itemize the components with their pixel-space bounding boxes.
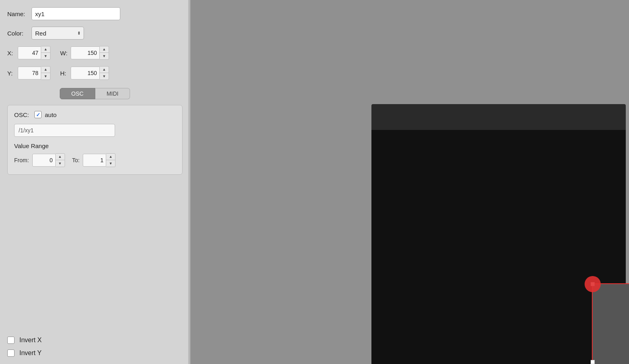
to-input[interactable]: [83, 154, 106, 167]
invert-x-checkbox[interactable]: [7, 337, 15, 344]
invert-section: Invert X Invert Y: [7, 328, 182, 357]
y-label: Y:: [7, 70, 15, 77]
left-panel: Name: Color: Red Green Blue Yellow Orang…: [0, 0, 191, 364]
osc-path-input[interactable]: [14, 124, 115, 137]
y-decrement-button[interactable]: ▼: [41, 73, 50, 79]
panel-divider[interactable]: [188, 0, 190, 364]
h-field: H: ▲ ▼: [60, 66, 109, 80]
x-increment-button[interactable]: ▲: [41, 46, 50, 53]
x-field: X: ▲ ▼: [7, 46, 50, 60]
invert-x-label: Invert X: [19, 337, 42, 344]
w-input[interactable]: [71, 46, 100, 59]
from-spinbox-buttons: ▲ ▼: [56, 153, 65, 167]
from-input[interactable]: [32, 154, 56, 167]
w-label: W:: [60, 50, 68, 56]
xy-position-dot: [585, 276, 601, 292]
invert-x-row: Invert X: [7, 337, 182, 344]
to-decrement-button[interactable]: ▼: [106, 160, 115, 167]
w-field: W: ▲ ▼: [60, 46, 109, 60]
h-input[interactable]: [71, 67, 100, 79]
invert-y-row: Invert Y: [7, 349, 182, 357]
invert-y-checkbox[interactable]: [7, 349, 15, 357]
color-select[interactable]: Red Green Blue Yellow Orange Purple Whit…: [31, 27, 84, 40]
x-decrement-button[interactable]: ▼: [41, 53, 50, 59]
from-increment-button[interactable]: ▲: [56, 154, 65, 160]
to-spinbox-buttons: ▲ ▼: [106, 153, 115, 167]
tab-midi[interactable]: MIDI: [95, 88, 130, 99]
to-label: To:: [72, 157, 80, 163]
y-spinbox-buttons: ▲ ▼: [41, 66, 50, 80]
y-input[interactable]: [18, 67, 41, 79]
range-row: From: ▲ ▼ To: ▲ ▼: [14, 153, 176, 167]
name-row: Name:: [7, 7, 182, 20]
name-input[interactable]: [31, 7, 120, 20]
value-range-label: Value Range: [14, 142, 176, 149]
tab-row: OSC MIDI: [7, 88, 182, 99]
yh-row: Y: ▲ ▼ H: ▲ ▼: [7, 66, 182, 80]
osc-section: OSC: auto Value Range From: ▲ ▼ To:: [7, 105, 182, 175]
tab-osc[interactable]: OSC: [60, 88, 95, 99]
w-spinbox-buttons: ▲ ▼: [100, 46, 109, 60]
w-increment-button[interactable]: ▲: [100, 46, 109, 53]
to-field: To: ▲ ▼: [72, 153, 116, 167]
osc-auto-label: auto: [45, 111, 57, 118]
h-increment-button[interactable]: ▲: [100, 67, 109, 73]
canvas-header-bar: [371, 104, 626, 130]
y-field: Y: ▲ ▼: [7, 66, 50, 80]
y-increment-button[interactable]: ▲: [41, 67, 50, 73]
invert-y-label: Invert Y: [19, 349, 42, 357]
canvas-area[interactable]: [371, 130, 626, 364]
xy-widget-border: [592, 283, 629, 364]
handle-mid-left[interactable]: [591, 360, 595, 364]
from-label: From:: [14, 157, 29, 163]
xw-row: X: ▲ ▼ W: ▲ ▼: [7, 46, 182, 60]
h-decrement-button[interactable]: ▼: [100, 73, 109, 79]
name-label: Name:: [7, 10, 31, 17]
w-decrement-button[interactable]: ▼: [100, 53, 109, 59]
x-label: X:: [7, 50, 15, 56]
to-spinbox: ▲ ▼: [83, 153, 115, 167]
right-panel: [191, 0, 629, 364]
osc-auto-row: OSC: auto: [14, 111, 176, 118]
color-select-wrapper: Red Green Blue Yellow Orange Purple Whit…: [31, 27, 84, 40]
x-spinbox-buttons: ▲ ▼: [41, 46, 50, 60]
h-spinbox: ▲ ▼: [71, 66, 109, 80]
osc-label: OSC:: [14, 111, 31, 118]
y-spinbox: ▲ ▼: [18, 66, 50, 80]
osc-auto-checkbox[interactable]: [34, 111, 42, 118]
color-row: Color: Red Green Blue Yellow Orange Purp…: [7, 27, 182, 40]
from-field: From: ▲ ▼: [14, 153, 65, 167]
to-increment-button[interactable]: ▲: [106, 154, 115, 160]
w-spinbox: ▲ ▼: [71, 46, 109, 60]
from-spinbox: ▲ ▼: [32, 153, 65, 167]
x-input[interactable]: [18, 46, 41, 59]
xy-widget[interactable]: [592, 283, 629, 364]
h-label: H:: [60, 70, 68, 77]
h-spinbox-buttons: ▲ ▼: [100, 66, 109, 80]
from-decrement-button[interactable]: ▼: [56, 160, 65, 167]
color-label: Color:: [7, 30, 31, 37]
x-spinbox: ▲ ▼: [18, 46, 50, 60]
